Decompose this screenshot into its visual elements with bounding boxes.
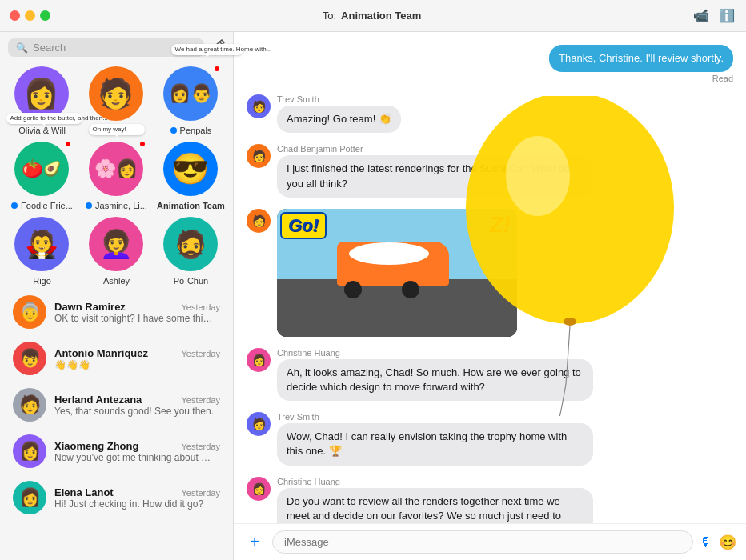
conv-time-antonio: Yesterday: [181, 349, 220, 358]
pinned-contacts-row3: 🧛 Rigo 👩‍🦱 Ashley 🧔: [0, 214, 233, 289]
foodie-bubble: Add garlic to the butter, and then...: [6, 113, 82, 124]
video-icon[interactable]: 📹: [693, 8, 709, 23]
conv-time-herland: Yesterday: [181, 395, 220, 405]
info-icon[interactable]: ℹ️: [719, 8, 735, 23]
maximize-button[interactable]: [40, 10, 50, 21]
conv-preview-herland: Yes, that sounds good! See you then.: [54, 406, 215, 417]
to-label: To:: [323, 10, 336, 22]
message-amazing-go-team: 🧑 Trev Smith Amazing! Go team! 👏: [247, 94, 733, 133]
pinned-contacts-row2: Add garlic to the butter, and then... 🍅🥑…: [0, 138, 233, 214]
message-thanks-christine: Thanks, Christine. I'll review shortly. …: [247, 45, 733, 83]
avatar-rigo: 🧛: [14, 217, 69, 271]
msg-sender: Trev Smith: [277, 94, 401, 104]
message-christine-amazing: 👩 Christine Huang Ah, it looks amazing, …: [247, 348, 733, 401]
msg-text: Ah, it looks amazing, Chad! So much. How…: [287, 366, 581, 393]
conv-details-antonio: Antonio Manriquez Yesterday 👋👋👋: [54, 347, 220, 370]
conv-item-xiaomeng[interactable]: 👩 Xiaomeng Zhong Yesterday Now you've go…: [3, 428, 230, 474]
pinned-item-jasmine[interactable]: On my way! 🌸👩 Jasmine, Li...: [81, 142, 152, 210]
audio-record-button[interactable]: 🎙: [700, 535, 712, 550]
conv-item-antonio[interactable]: 👦 Antonio Manriquez Yesterday 👋👋👋: [3, 335, 230, 382]
conversation-list: 👵 Dawn Ramirez Yesterday OK to visit ton…: [0, 289, 233, 560]
msg-bubble-chad-1: I just finished the latest renderings fo…: [277, 155, 593, 197]
conv-item-dawn-ramirez[interactable]: 👵 Dawn Ramirez Yesterday OK to visit ton…: [3, 289, 230, 335]
pinned-item-penpals[interactable]: We had a great time. Home with... 👩👨 Pen…: [155, 66, 227, 135]
msg-bubble-christine-1: Ah, it looks amazing, Chad! So much. How…: [277, 359, 593, 401]
title-icons: 📹 ℹ️: [693, 8, 746, 23]
message-chad-renderings: 🧑 Chad Benjamin Potter I just finished t…: [247, 144, 733, 197]
pinned-item-ashley[interactable]: 👩‍🦱 Ashley: [81, 217, 152, 286]
sushi-rice-shape: [349, 242, 429, 265]
msg-bubble-outgoing-1: Thanks, Christine. I'll review shortly.: [549, 45, 733, 72]
main-layout: 🔍 Search 👩 Olivia & Will: [0, 32, 746, 560]
conv-preview-antonio: 👋👋👋: [54, 359, 215, 370]
conv-name-row-xiaomeng: Xiaomeng Zhong Yesterday: [54, 440, 220, 452]
conv-preview-dawn: OK to visit tonight? I have some things …: [54, 313, 215, 324]
avatar-guillermo: 🧑: [89, 66, 143, 121]
msg-content-image: Go! Z!: [277, 209, 517, 337]
avatar-foodie: 🍅🥑: [14, 142, 69, 196]
conv-name-elena: Elena Lanot: [54, 486, 114, 498]
avatar-elena: 👩: [13, 481, 46, 514]
avatar-wrapper: 🧔: [163, 217, 219, 273]
pinned-label-penpals: Penpals: [170, 126, 212, 135]
msg-sender: Chad Benjamin Potter: [277, 144, 593, 154]
avatar-christine-1: 👩: [247, 348, 271, 372]
conv-name-row-dawn: Dawn Ramirez Yesterday: [54, 301, 220, 313]
pinned-label-rigo: Rigo: [33, 276, 51, 286]
pinned-item-foodie-frie[interactable]: Add garlic to the butter, and then... 🍅🥑…: [6, 142, 78, 210]
message-christine-review: 👩 Christine Huang Do you want to review …: [247, 477, 733, 524]
search-input[interactable]: Search: [33, 42, 66, 54]
title-center: To: Animation Team: [50, 10, 693, 22]
avatar-wrapper: 👩‍🦱: [89, 217, 145, 273]
pinned-item-pochun[interactable]: 🧔 Po-Chun: [155, 217, 227, 286]
conv-preview-xiaomeng: Now you've got me thinking about my next…: [54, 452, 215, 463]
avatar-wrapper: 🧛: [14, 217, 70, 273]
avatar-chad-potter: 🧑: [247, 144, 271, 168]
avatar-trev-smith-1: 🧑: [247, 94, 271, 118]
avatar-christine-2: 👩: [247, 477, 271, 501]
pinned-item-animation-team[interactable]: 😎 Animation Team: [155, 142, 227, 210]
msg-text: Thanks, Christine. I'll review shortly.: [559, 52, 724, 64]
sushi-scene: Go! Z!: [277, 209, 517, 337]
message-input[interactable]: [272, 530, 693, 554]
conv-item-elena[interactable]: 👩 Elena Lanot Yesterday Hi! Just checkin…: [3, 474, 230, 521]
minimize-button[interactable]: [25, 10, 35, 21]
message-sushi-car-image: 🧑 Go! Z!: [247, 209, 733, 337]
avatar-trev-smith-2: 🧑: [247, 412, 271, 436]
msg-content: Trev Smith Amazing! Go team! 👏: [277, 94, 401, 133]
conv-name-dawn: Dawn Ramirez: [54, 301, 126, 313]
msg-sender: Christine Huang: [277, 348, 593, 358]
pinned-label-animation-team: Animation Team: [157, 201, 225, 210]
unread-badge-jasmine: [138, 140, 146, 148]
title-bar: To: Animation Team 📹 ℹ️: [0, 0, 746, 32]
avatar-dawn-ramirez: 👵: [13, 295, 46, 329]
read-receipt: Read: [712, 74, 733, 83]
avatar-pochun: 🧔: [163, 217, 218, 271]
sushi-road: [277, 279, 517, 337]
avatar-xiaomeng: 👩: [13, 434, 46, 468]
close-button[interactable]: [10, 10, 20, 21]
traffic-lights: [0, 10, 50, 21]
pinned-label-foodie: Foodie Frie...: [11, 201, 73, 210]
emoji-button[interactable]: 😊: [719, 534, 736, 551]
msg-text: Amazing! Go team! 👏: [287, 113, 391, 125]
msg-sender: Trev Smith: [277, 412, 593, 422]
sticker-zap: Z!: [490, 212, 511, 238]
avatar-wrapper: On my way! 🌸👩: [89, 142, 145, 198]
wheel-right: [402, 281, 419, 298]
conv-item-herland[interactable]: 🧑 Herland Antezana Yesterday Yes, that s…: [3, 382, 230, 428]
add-attachment-button[interactable]: +: [243, 531, 266, 554]
conv-name-row-herland: Herland Antezana Yesterday: [54, 394, 220, 406]
chat-input-area: + 🎙 😊: [234, 523, 746, 560]
avatar-herland: 🧑: [13, 388, 46, 422]
msg-content: Christine Huang Do you want to review al…: [277, 477, 593, 524]
conv-details-xiaomeng: Xiaomeng Zhong Yesterday Now you've got …: [54, 440, 220, 463]
conv-name-row-elena: Elena Lanot Yesterday: [54, 486, 220, 498]
pinned-item-rigo[interactable]: 🧛 Rigo: [6, 217, 78, 286]
recipient-name: Animation Team: [341, 10, 421, 22]
conv-time-dawn: Yesterday: [181, 302, 220, 312]
conv-name-herland: Herland Antezana: [54, 394, 142, 406]
avatar-wrapper: 😎: [163, 142, 219, 198]
search-icon: 🔍: [16, 42, 28, 54]
avatar-penpals: 👩👨: [163, 66, 218, 121]
